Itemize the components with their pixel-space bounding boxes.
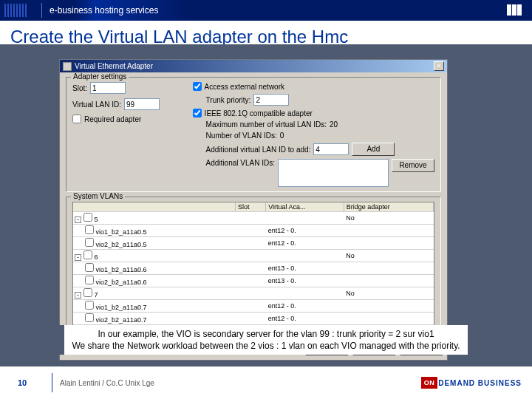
row-checkbox[interactable]: [83, 250, 92, 259]
cell-vaca: [266, 287, 344, 300]
table-row[interactable]: - 6No: [73, 250, 434, 262]
cell-slot: [235, 313, 265, 325]
cell-slot: [235, 250, 265, 262]
banner-tagline: e-business hosting services: [50, 5, 158, 16]
cell-vaca: [266, 212, 344, 225]
required-label: Required adapter: [84, 115, 141, 123]
cell-bridge: No: [344, 212, 433, 225]
cell-vaca: ent12 - 0.: [266, 237, 344, 250]
row-checkbox[interactable]: [85, 225, 94, 234]
row-label: vio2_b2_a11a0.7: [94, 316, 147, 324]
business-badge: DEMAND BUSINESS: [438, 379, 522, 387]
footer-divider: [52, 373, 52, 392]
system-vlans-table[interactable]: Slot Virtual Aca... Bridge adapter - 5No…: [72, 202, 434, 326]
cell-bridge: No: [344, 287, 433, 300]
dialog-title-text: Virtual Ethernet Adapter: [75, 62, 153, 70]
row-label: 7: [92, 291, 98, 299]
table-row[interactable]: vio2_b2_a11a0.5ent12 - 0.: [73, 237, 434, 250]
cell-bridge: [344, 300, 433, 313]
row-label: vio2_b2_a11a0.5: [94, 241, 147, 248]
banner-stripes: [4, 4, 27, 17]
table-row[interactable]: vio1_b2_a11a0.5ent12 - 0.: [73, 225, 434, 237]
cell-bridge: [344, 313, 433, 325]
col-slot[interactable]: Slot: [235, 202, 265, 212]
num-vlans-value: 0: [280, 132, 284, 140]
required-checkbox[interactable]: [72, 115, 81, 123]
tree-toggle-icon[interactable]: -: [75, 254, 81, 261]
cell-slot: [235, 262, 265, 275]
slide-footer: 10 Alain Lentini / Co.C Unix Lge ON DEMA…: [0, 366, 532, 399]
ieee-checkbox[interactable]: [193, 109, 202, 117]
window-icon: [63, 62, 72, 71]
row-checkbox[interactable]: [83, 288, 92, 297]
slot-label: Slot:: [72, 84, 87, 92]
adapter-settings-label: Adapter settings: [71, 72, 129, 81]
cell-bridge: [344, 237, 433, 250]
footer-author: Alain Lentini / Co.C Unix Lge: [60, 379, 154, 387]
slide-banner: e-business hosting services: [0, 0, 532, 21]
table-row[interactable]: - 5No: [73, 212, 434, 225]
num-vlans-label: Number of VLAN IDs:: [206, 132, 277, 140]
row-checkbox[interactable]: [85, 263, 94, 272]
system-vlans-group: System VLANs Slot Virtual Aca... Bridge …: [66, 197, 441, 331]
add-button[interactable]: Add: [352, 143, 395, 156]
tree-toggle-icon[interactable]: -: [75, 216, 81, 223]
row-checkbox[interactable]: [85, 313, 94, 322]
slide-caption: In our example, the VIO is secondary ser…: [0, 325, 532, 355]
row-label: vio1_b2_a11a0.7: [94, 304, 147, 311]
adapter-settings-group: Adapter settings Slot: Virtual LAN ID:: [66, 77, 441, 192]
cell-slot: [235, 212, 265, 225]
caption-line1: In our example, the VIO is secondary ser…: [72, 328, 460, 340]
access-ext-label: Access external network: [205, 83, 284, 91]
access-ext-checkbox[interactable]: [193, 82, 202, 91]
table-row[interactable]: vio2_b2_a11a0.7ent12 - 0.: [73, 313, 434, 325]
caption-line2: We share the Network workload between th…: [72, 340, 460, 352]
cell-slot: [235, 237, 265, 250]
max-vlans-value: 20: [330, 120, 338, 129]
cell-vaca: [266, 250, 344, 262]
ondemand-badge: ON: [421, 377, 438, 389]
remove-button[interactable]: Remove: [392, 159, 434, 172]
row-checkbox[interactable]: [85, 301, 94, 310]
cell-slot: [235, 300, 265, 313]
vlan-id-label: Virtual LAN ID:: [72, 100, 121, 109]
cell-bridge: No: [344, 250, 433, 262]
row-checkbox[interactable]: [83, 213, 92, 222]
page-number: 10: [0, 378, 44, 387]
table-row[interactable]: vio1_b2_a11a0.6ent13 - 0.: [73, 262, 434, 275]
cell-bridge: [344, 275, 433, 287]
cell-vaca: ent12 - 0.: [266, 313, 344, 325]
table-row[interactable]: vio2_b2_a11a0.6ent13 - 0.: [73, 275, 434, 287]
additional-vlan-list[interactable]: [278, 159, 389, 187]
vea-dialog: Virtual Ethernet Adapter × Adapter setti…: [59, 59, 448, 361]
ieee-label: IEEE 802.1Q compatible adapter: [205, 109, 313, 117]
cell-bridge: [344, 262, 433, 275]
row-label: 5: [92, 216, 98, 223]
close-icon[interactable]: ×: [434, 61, 444, 71]
table-row[interactable]: vio1_b2_a11a0.7ent12 - 0.: [73, 300, 434, 313]
cell-slot: [235, 287, 265, 300]
row-checkbox[interactable]: [85, 238, 94, 247]
dialog-titlebar[interactable]: Virtual Ethernet Adapter ×: [60, 60, 447, 72]
slot-input[interactable]: [90, 82, 126, 94]
table-row[interactable]: - 7No: [73, 287, 434, 300]
trunk-label: Trunk priority:: [206, 96, 251, 104]
tree-toggle-icon[interactable]: -: [75, 292, 81, 299]
row-label: 6: [92, 253, 98, 261]
cell-bridge: [344, 225, 433, 237]
row-label: vio1_b2_a11a0.5: [94, 228, 147, 236]
vlan-id-input[interactable]: [124, 98, 160, 110]
cell-vaca: ent12 - 0.: [266, 225, 344, 237]
cell-slot: [235, 225, 265, 237]
trunk-input[interactable]: [253, 94, 289, 106]
col-bridge[interactable]: Bridge adapter: [344, 202, 433, 212]
row-label: vio2_b2_a11a0.6: [94, 279, 147, 286]
cell-vaca: ent12 - 0.: [266, 300, 344, 313]
add-vlan-input[interactable]: [313, 143, 349, 155]
system-vlans-label: System VLANs: [71, 192, 125, 200]
row-checkbox[interactable]: [85, 276, 94, 284]
ibm-logo: [507, 4, 522, 16]
col-vaca[interactable]: Virtual Aca...: [266, 202, 344, 212]
add-vlan-label: Additional virtual LAN ID to add:: [206, 146, 311, 154]
banner-divider: [41, 3, 42, 18]
